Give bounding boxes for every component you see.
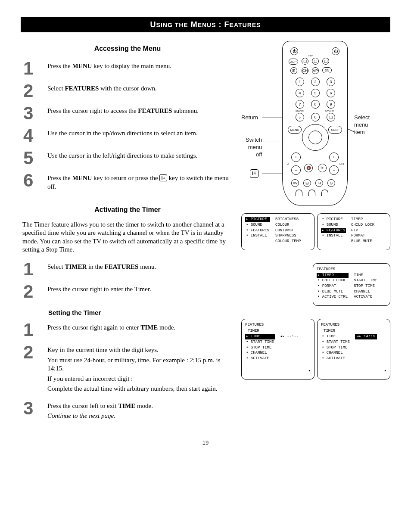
surf-button: SURF bbox=[328, 126, 342, 134]
remote-illustration: Return Switch menu off i+ Select menu it… bbox=[241, 41, 390, 209]
standby-icon: ⏻ bbox=[290, 47, 298, 55]
main-text-column: Accessing the Menu 1 Press the MENU key … bbox=[21, 41, 234, 426]
smart-sound-icon: ▢ bbox=[327, 113, 335, 121]
power-icon: ⏻ bbox=[332, 47, 339, 55]
info-button: i+ bbox=[318, 164, 327, 172]
menu-button: MENU bbox=[288, 126, 302, 134]
illustration-column: Return Switch menu off i+ Select menu it… bbox=[241, 41, 390, 426]
osd-features-timer: FEATURES TIMER CHILD LOCK FORMAT BLUE MU… bbox=[313, 263, 390, 306]
info-icon: i+ bbox=[250, 169, 258, 178]
step-row: 1 Press the MENU key to display the main… bbox=[21, 59, 234, 78]
osd-features-menu: PICTURE SOUND FEATURES INSTALL TIMER CHI… bbox=[317, 213, 390, 250]
step-number: 1 bbox=[23, 59, 47, 78]
osd-timer-time-empty: FEATURES TIMER TIME START TIME STOP TIME… bbox=[241, 319, 314, 380]
smart-picture-icon: ♪ bbox=[296, 113, 304, 121]
info-icon: i+ bbox=[159, 174, 167, 181]
page-number: 19 bbox=[21, 439, 390, 447]
section-activating: Activating the Timer bbox=[21, 205, 234, 215]
osd-timer-time-set: FEATURES TIMER TIME START TIME STOP TIME… bbox=[317, 319, 390, 380]
section-setting: Setting the Timer bbox=[48, 308, 234, 317]
timer-intro: The Timer feature allows you to set the … bbox=[22, 221, 233, 254]
page-title: USING THE MENUS : FEATURES bbox=[21, 17, 390, 32]
mute-icon: 🔇 bbox=[304, 164, 313, 172]
section-accessing: Accessing the Menu bbox=[21, 44, 234, 53]
osd-picture-menu: PICTURE SOUND FEATURES INSTALL BRIGHTNES… bbox=[241, 213, 314, 250]
